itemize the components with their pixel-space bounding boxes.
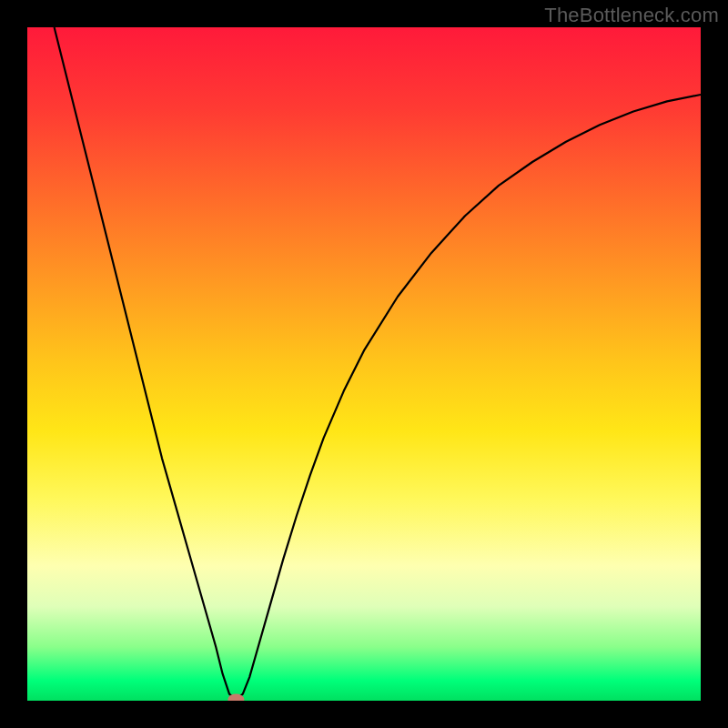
chart-frame: TheBottleneck.com <box>0 0 728 728</box>
bottleneck-curve <box>55 27 701 700</box>
curve-svg <box>27 27 701 701</box>
watermark-text: TheBottleneck.com <box>544 4 719 27</box>
plot-area <box>27 27 701 701</box>
